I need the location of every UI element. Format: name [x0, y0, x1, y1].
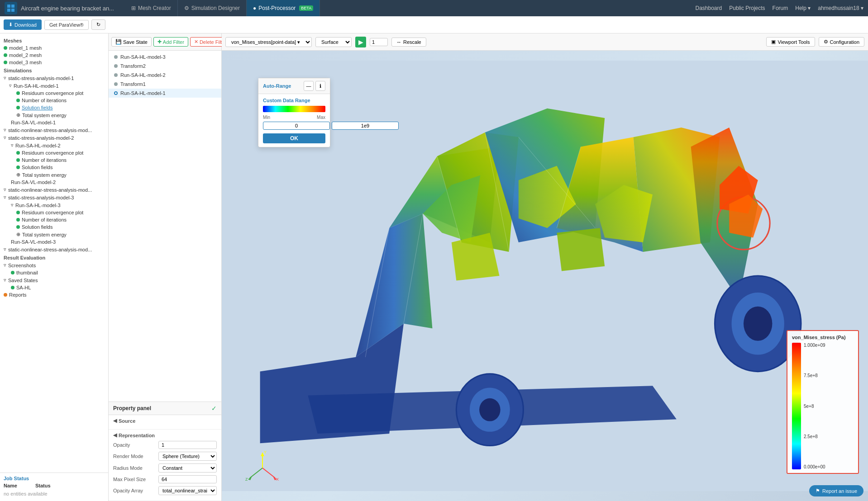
ok-button[interactable]: OK	[263, 133, 325, 143]
green-dot-icon	[16, 99, 20, 102]
refresh-button[interactable]: ↻	[91, 19, 105, 30]
download-button[interactable]: ⬇ Download	[4, 19, 42, 30]
colorbar-info-button[interactable]: ℹ	[315, 81, 325, 91]
pipeline-item-2[interactable]: Run-SA-HL-model-2	[109, 71, 221, 80]
config-icon: ⚙	[824, 39, 828, 45]
viewport-tools-icon: ▣	[771, 39, 776, 45]
opacity-array-row: Opacity Array total_nonlinear_strain	[113, 486, 217, 495]
property-representation-section: ◀ Representation Opacity Render Mode Sph…	[109, 430, 221, 501]
pipeline-dot-active-icon	[114, 91, 118, 95]
radius-mode-select[interactable]: Constant	[158, 463, 217, 473]
play-button[interactable]: ▶	[355, 37, 366, 47]
opacity-row: Opacity	[113, 441, 217, 449]
meshes-label: Meshes	[0, 36, 108, 44]
min-input[interactable]	[263, 122, 330, 130]
frame-input[interactable]	[370, 38, 388, 46]
forum-link[interactable]: Forum	[773, 5, 788, 11]
sidebar-item-residuum-3[interactable]: Residuum convergence plot	[0, 209, 108, 216]
sidebar-item-run-sa-hl-3[interactable]: ▿ Run-SA-HL-model-3	[0, 201, 108, 209]
viewport-area: von_Mises_stress[point-data] ▾ Surface ▶…	[222, 33, 868, 501]
help-link[interactable]: Help ▾	[795, 5, 811, 11]
viewport-tools-button[interactable]: ▣ Viewport Tools	[766, 37, 815, 47]
max-pixel-size-input[interactable]	[158, 475, 217, 483]
pipeline-item-1[interactable]: Transform2	[109, 61, 221, 71]
green-dot-icon	[16, 91, 20, 95]
tab-post-processor[interactable]: ● Post-Processor BETA	[247, 0, 320, 16]
rescale-button[interactable]: ↔ Rescale	[391, 38, 426, 47]
get-paraview-button[interactable]: Get ParaView®	[44, 20, 89, 30]
sidebar-item-residuum-1[interactable]: Residuum convergence plot	[0, 90, 108, 97]
sidebar-item-iterations-1[interactable]: Number of iterations	[0, 97, 108, 104]
max-pixel-size-label: Max Pixel Size	[113, 477, 158, 482]
property-representation-title: ◀ Representation	[113, 432, 217, 438]
sidebar-item-screenshots[interactable]: ▿ Screenshots	[0, 261, 108, 269]
green-dot-icon	[4, 53, 7, 57]
render-mode-select[interactable]: Sphere (Texture)	[158, 452, 217, 461]
add-filter-button[interactable]: ✚ Add Filter	[153, 37, 188, 47]
arrow-icon: ◀	[113, 432, 117, 438]
green-dot-icon	[11, 271, 14, 274]
sidebar-item-energy-3[interactable]: ⊕ Total system energy	[0, 231, 108, 238]
simulations-label: Simulations	[0, 66, 108, 74]
pipeline-item-3[interactable]: Transform1	[109, 80, 221, 89]
sidebar-item-energy-1[interactable]: ⊕ Total system energy	[0, 111, 108, 119]
sidebar-item-run-vl-3[interactable]: Run-SA-VL-model-3	[0, 238, 108, 246]
sidebar-item-static-2[interactable]: ▿ static-stress-analysis-model-2	[0, 134, 108, 142]
sidebar-item-reports[interactable]: Reports	[0, 291, 108, 298]
sidebar-item-solution-2[interactable]: Solution fields	[0, 164, 108, 171]
save-state-button[interactable]: 💾 Save State	[111, 37, 152, 47]
auto-range-label: Auto-Range	[263, 83, 291, 89]
sidebar-item-model1-mesh[interactable]: model_1 mesh	[0, 44, 108, 52]
dashboard-link[interactable]: Dashboard	[695, 5, 722, 11]
report-issue-button[interactable]: ⚑ Report an issue	[809, 485, 863, 496]
user-menu[interactable]: ahmedhussain18 ▾	[818, 5, 863, 11]
pipeline-item-4[interactable]: Run-SA-HL-model-1	[109, 89, 221, 98]
plus-icon: ✚	[157, 39, 162, 45]
svg-rect-2	[7, 9, 10, 12]
sidebar-item-static-nonlinear-3[interactable]: ▿ static-nonlinear-stress-analysis-mod..…	[0, 246, 108, 253]
opacity-input[interactable]	[158, 441, 217, 449]
sidebar-item-static-3[interactable]: ▿ static-stress-analysis-model-3	[0, 194, 108, 201]
sidebar-item-solution-1[interactable]: Solution fields	[0, 104, 108, 111]
surface-select[interactable]: Surface	[315, 37, 352, 47]
tab-mesh-creator[interactable]: ⊞ Mesh Creator	[125, 0, 178, 16]
sidebar-item-run-sa-hl-2[interactable]: ▿ Run-SA-HL-model-2	[0, 142, 108, 149]
pipeline-list: Run-SA-HL-model-3 Transform2 Run-SA-HL-m…	[109, 51, 221, 402]
pipeline-dot-icon	[114, 82, 118, 86]
public-projects-link[interactable]: Public Projects	[729, 5, 765, 11]
sidebar-item-energy-2[interactable]: ⊕ Total system energy	[0, 171, 108, 179]
sidebar-item-saved-states[interactable]: ▿ Saved States	[0, 276, 108, 284]
sidebar-item-run-sa-hl-1[interactable]: ▿ Run-SA-HL-model-1	[0, 82, 108, 90]
sidebar-item-model2-mesh[interactable]: model_2 mesh	[0, 52, 108, 59]
sidebar-item-static-nonlinear-1[interactable]: ▿ static-nonlinear-stress-analysis-mod..…	[0, 126, 108, 134]
property-panel-header[interactable]: Property panel ✓	[109, 402, 221, 415]
radius-mode-row: Radius Mode Constant	[113, 463, 217, 473]
colorbar-minus-button[interactable]: —	[304, 81, 314, 91]
sidebar-item-static-1[interactable]: ▿ static-stress-analysis-model-1	[0, 74, 108, 82]
tab-simulation-designer[interactable]: ⚙ Simulation Designer	[178, 0, 247, 16]
sidebar-item-sa-hl[interactable]: SA-HL	[0, 284, 108, 291]
property-source-section: ◀ Source	[109, 415, 221, 430]
configuration-button[interactable]: ⚙ Configuration	[819, 37, 864, 47]
legend-label-1: 7.5e+8	[804, 373, 825, 378]
sidebar-item-residuum-2[interactable]: Residuum convergence plot	[0, 149, 108, 156]
max-input[interactable]	[332, 122, 399, 130]
viewport-canvas[interactable]: Y X Z Auto-Range — ℹ	[222, 51, 868, 501]
sidebar-item-solution-3[interactable]: Solution fields	[0, 223, 108, 231]
pipeline-toolbar: 💾 Save State ✚ Add Filter ✕ Delete Filte…	[109, 33, 221, 51]
opacity-label: Opacity	[113, 442, 158, 448]
pipeline-item-0[interactable]: Run-SA-HL-model-3	[109, 52, 221, 61]
sidebar-item-iterations-2[interactable]: Number of iterations	[0, 156, 108, 164]
viewport-toolbar: von_Mises_stress[point-data] ▾ Surface ▶…	[222, 33, 868, 51]
sidebar-item-run-vl-1[interactable]: Run-SA-VL-model-1	[0, 119, 108, 126]
opacity-array-select[interactable]: total_nonlinear_strain	[158, 486, 217, 495]
sidebar-item-model3-mesh[interactable]: model_3 mesh	[0, 59, 108, 66]
radius-mode-label: Radius Mode	[113, 465, 158, 471]
sidebar-item-thumbnail[interactable]: thumbnail	[0, 269, 108, 276]
sidebar-item-static-nonlinear-2[interactable]: ▿ static-nonlinear-stress-analysis-mod..…	[0, 186, 108, 194]
property-panel-title: Property panel	[113, 405, 151, 411]
sidebar-item-run-vl-2[interactable]: Run-SA-VL-model-2	[0, 179, 108, 186]
filter-dropdown[interactable]: von_Mises_stress[point-data] ▾	[225, 37, 312, 47]
colorbar-gradient	[263, 106, 325, 112]
sidebar-item-iterations-3[interactable]: Number of iterations	[0, 216, 108, 223]
